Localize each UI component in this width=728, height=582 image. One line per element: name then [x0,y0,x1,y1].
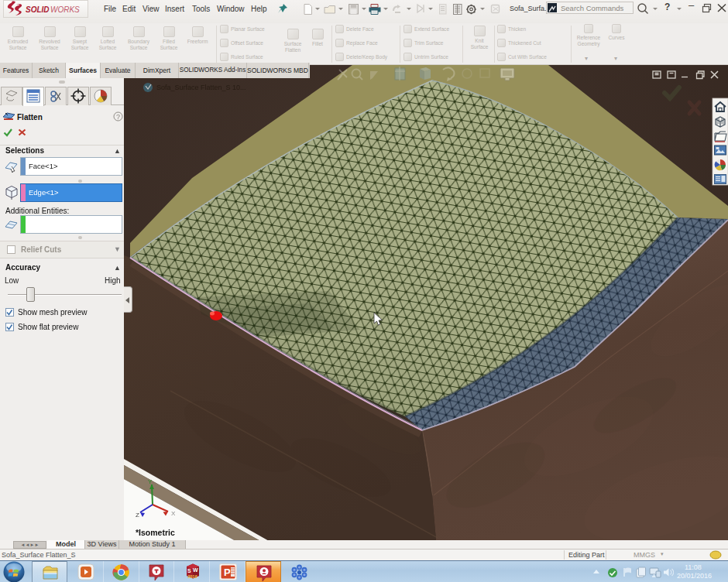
svg-text:S: S [187,568,191,573]
svg-text:P: P [224,567,231,578]
svg-text:2016: 2016 [188,574,197,579]
svg-text:W: W [193,567,198,573]
svg-text:Y: Y [148,478,153,485]
svg-text:X: X [171,510,176,517]
svg-text:*Isometric: *Isometric [136,528,175,537]
svg-text:WORKS: WORKS [50,5,80,14]
svg-text:Z: Z [136,512,139,519]
svg-text:SOLID: SOLID [26,5,50,14]
svg-text:Sofa_Surface Flatten_S 10...: Sofa_Surface Flatten_S 10... [156,84,246,91]
svg-text:?: ? [116,113,120,121]
